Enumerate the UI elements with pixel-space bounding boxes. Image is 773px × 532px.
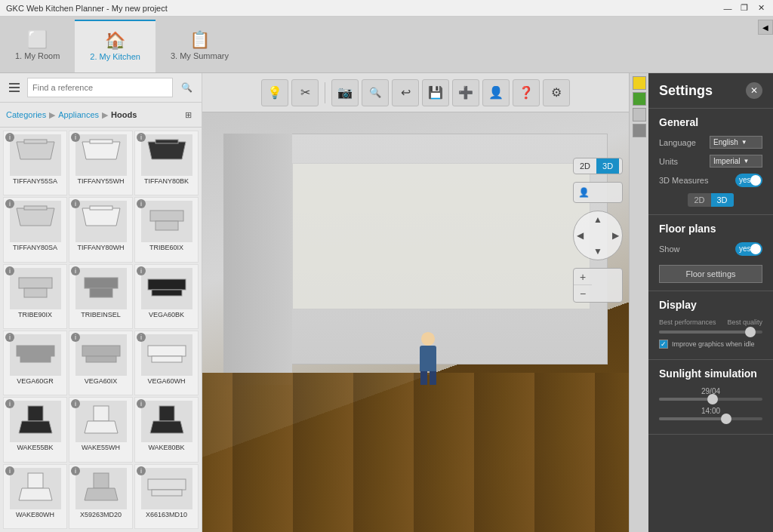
color-swatch-yellow[interactable] xyxy=(633,76,646,90)
settings-title: Settings xyxy=(659,83,713,99)
svg-rect-12 xyxy=(19,278,52,288)
nav-down-button[interactable]: ▼ xyxy=(593,246,602,257)
product-name-label: TIFFANY80BK xyxy=(144,177,189,185)
color-swatch-dark[interactable] xyxy=(633,124,646,137)
color-swatch-green[interactable] xyxy=(633,92,646,106)
color-swatch-gray[interactable] xyxy=(633,108,646,121)
product-image xyxy=(141,334,192,376)
breadcrumb-categories[interactable]: Categories xyxy=(6,110,46,119)
zoom-in-button[interactable]: + xyxy=(574,269,592,285)
quality-slider[interactable] xyxy=(659,331,762,334)
svg-rect-18 xyxy=(17,346,54,356)
product-info-icon[interactable]: i xyxy=(71,333,80,342)
view-options-button[interactable]: ⊞ xyxy=(180,107,196,122)
nav-up-button[interactable]: ▲ xyxy=(593,214,602,225)
product-image xyxy=(75,401,127,442)
product-name-label: TIFFANY55WH xyxy=(77,177,124,185)
product-info-icon[interactable]: i xyxy=(71,466,80,475)
bulb-button[interactable]: 💡 xyxy=(261,79,288,106)
units-dropdown[interactable]: Imperial ▼ xyxy=(710,155,762,168)
product-name-label: TIFFANY80SA xyxy=(13,244,57,251)
product-image xyxy=(10,468,61,509)
product-info-icon[interactable]: i xyxy=(5,466,14,475)
colors-panel xyxy=(629,73,648,532)
breadcrumb-current: Hoods xyxy=(111,110,137,119)
save-button[interactable]: 💾 xyxy=(422,79,449,106)
product-image xyxy=(10,201,61,242)
product-info-icon[interactable]: i xyxy=(137,133,146,142)
view-2d-button[interactable]: 2D xyxy=(574,158,596,174)
person-button[interactable]: 👤 xyxy=(482,79,510,106)
product-item[interactable]: i VEGA60GR xyxy=(3,331,67,395)
show-toggle[interactable]: yes xyxy=(735,242,762,256)
product-info-icon[interactable]: i xyxy=(71,133,80,142)
product-item[interactable]: i VEGA60BK xyxy=(134,264,199,329)
tab-my-summary[interactable]: 📋 3. My Summary xyxy=(156,20,244,72)
app-container: ⬜ 1. My Room 🏠 2. My Kitchen 📋 3. My Sum… xyxy=(0,17,773,532)
zoom-out-button[interactable]: − xyxy=(574,285,592,302)
product-item[interactable]: i TIFFANY80BK xyxy=(134,131,199,195)
product-item[interactable]: i TRIBE90IX xyxy=(3,264,67,329)
nav-right-button[interactable]: ▶ xyxy=(612,230,619,241)
tab-my-kitchen[interactable]: 🏠 2. My Kitchen xyxy=(75,20,156,72)
breadcrumb-appliances[interactable]: Appliances xyxy=(58,110,99,119)
product-item[interactable]: i X66163MD10 xyxy=(134,464,199,529)
language-dropdown[interactable]: English ▼ xyxy=(710,136,762,149)
product-item[interactable]: i TIFFANY80WH xyxy=(69,197,133,262)
product-item[interactable]: i VEGA60IX xyxy=(69,331,133,395)
help-button[interactable]: ❓ xyxy=(513,79,540,106)
product-info-icon[interactable]: i xyxy=(137,466,146,475)
settings-gear-button[interactable]: ⚙ xyxy=(543,79,570,106)
product-item[interactable]: i TIFFANY55SA xyxy=(3,131,67,195)
view-3d-button[interactable]: 3D xyxy=(596,158,619,174)
product-item[interactable]: i VEGA60WH xyxy=(134,331,199,395)
close-window-button[interactable]: ✕ xyxy=(755,2,767,14)
svg-marker-6 xyxy=(17,208,54,226)
measures-toggle[interactable]: yes xyxy=(735,174,762,187)
tab-my-room[interactable]: ⬜ 1. My Room xyxy=(0,20,75,72)
product-info-icon[interactable]: i xyxy=(137,333,146,342)
settings-close-button[interactable]: ✕ xyxy=(746,82,762,99)
product-info-icon[interactable]: i xyxy=(5,333,14,342)
svg-rect-20 xyxy=(82,346,120,356)
product-item[interactable]: i TRIBE60IX xyxy=(134,197,199,262)
product-info-icon[interactable]: i xyxy=(5,133,14,142)
scissors-button[interactable]: ✂ xyxy=(291,79,319,106)
maximize-button[interactable]: ❐ xyxy=(738,2,750,14)
product-item[interactable]: i WAKE80BK xyxy=(134,397,199,462)
search-bar: 🔍 xyxy=(0,73,202,103)
nav-left-button[interactable]: ◀ xyxy=(577,230,584,241)
product-item[interactable]: i WAKE55WH xyxy=(69,397,133,462)
person-scale-button[interactable]: 👤 xyxy=(573,182,623,203)
date-slider[interactable] xyxy=(659,398,762,401)
minimize-button[interactable]: — xyxy=(722,2,734,14)
product-item[interactable]: i TIFFANY80SA xyxy=(3,197,67,262)
product-item[interactable]: i X59263MD20 xyxy=(69,464,133,529)
product-item[interactable]: i WAKE55BK xyxy=(3,397,67,462)
product-name-label: X66163MD10 xyxy=(146,511,187,518)
menu-button[interactable] xyxy=(6,79,23,96)
improve-graphics-label: Improve graphics when idle xyxy=(672,340,755,348)
show-row: Show yes xyxy=(659,242,762,256)
camera-button[interactable]: 📷 xyxy=(331,79,359,106)
product-info-icon[interactable]: i xyxy=(137,266,146,275)
product-item[interactable]: i TIFFANY55WH xyxy=(69,131,133,195)
product-info-icon[interactable]: i xyxy=(71,266,80,275)
zoom-button[interactable]: 🔍 xyxy=(362,79,389,106)
show-label: Show xyxy=(659,244,680,254)
measures-label: 3D Measures xyxy=(659,176,708,185)
time-slider[interactable] xyxy=(659,417,762,420)
collapse-panel-button[interactable]: ◀ xyxy=(758,20,773,35)
add-button[interactable]: ➕ xyxy=(452,79,479,106)
search-input[interactable] xyxy=(27,78,173,97)
floor-settings-button[interactable]: Floor settings xyxy=(659,265,762,283)
search-button[interactable]: 🔍 xyxy=(177,78,196,97)
improve-graphics-checkbox[interactable]: ✓ xyxy=(659,340,668,349)
product-item[interactable]: i TRIBEINSEL xyxy=(69,264,133,329)
product-info-icon[interactable]: i xyxy=(5,266,14,275)
undo-button[interactable]: ↩ xyxy=(392,79,419,106)
2d-mode-button[interactable]: 2D xyxy=(688,193,710,207)
product-item[interactable]: i WAKE80WH xyxy=(3,464,67,529)
zoom-control-group: + − xyxy=(573,268,623,303)
3d-mode-button[interactable]: 3D xyxy=(711,193,734,207)
